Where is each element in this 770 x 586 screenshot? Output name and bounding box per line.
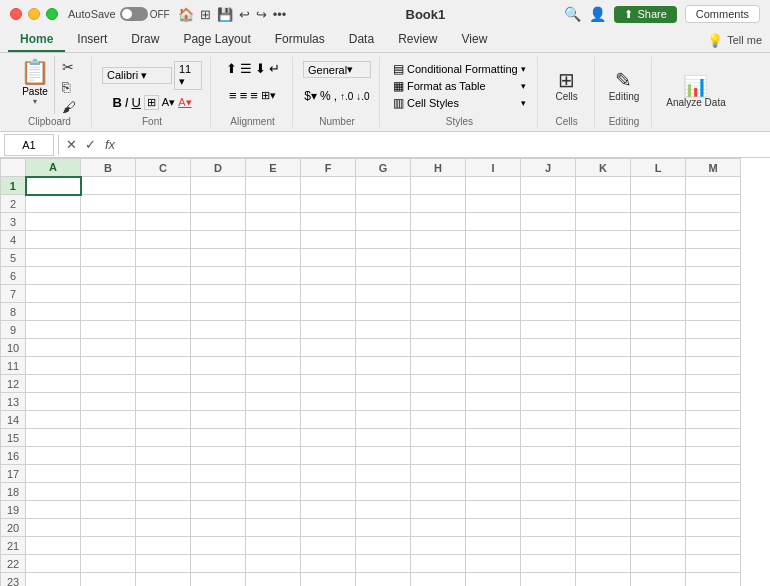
cell-H14[interactable]: [411, 411, 466, 429]
cell-H5[interactable]: [411, 249, 466, 267]
undo-icon[interactable]: ↩: [239, 7, 250, 22]
cell-A6[interactable]: [26, 267, 81, 285]
cell-E11[interactable]: [246, 357, 301, 375]
cell-M21[interactable]: [686, 537, 741, 555]
cell-F13[interactable]: [301, 393, 356, 411]
cell-H17[interactable]: [411, 465, 466, 483]
cell-B1[interactable]: [81, 177, 136, 195]
cell-F4[interactable]: [301, 231, 356, 249]
font-size-dropdown[interactable]: 11 ▾: [174, 61, 202, 90]
cell-H8[interactable]: [411, 303, 466, 321]
cell-C9[interactable]: [136, 321, 191, 339]
cell-H6[interactable]: [411, 267, 466, 285]
cell-I6[interactable]: [466, 267, 521, 285]
tab-home[interactable]: Home: [8, 28, 65, 52]
cell-E5[interactable]: [246, 249, 301, 267]
cell-F23[interactable]: [301, 573, 356, 587]
cell-F7[interactable]: [301, 285, 356, 303]
cell-I10[interactable]: [466, 339, 521, 357]
cell-F15[interactable]: [301, 429, 356, 447]
cell-G18[interactable]: [356, 483, 411, 501]
cell-H12[interactable]: [411, 375, 466, 393]
cell-J14[interactable]: [521, 411, 576, 429]
cell-I8[interactable]: [466, 303, 521, 321]
cell-I9[interactable]: [466, 321, 521, 339]
cell-C16[interactable]: [136, 447, 191, 465]
cell-M20[interactable]: [686, 519, 741, 537]
cell-D16[interactable]: [191, 447, 246, 465]
cell-H20[interactable]: [411, 519, 466, 537]
cell-F12[interactable]: [301, 375, 356, 393]
cell-M9[interactable]: [686, 321, 741, 339]
cell-I20[interactable]: [466, 519, 521, 537]
cell-B2[interactable]: [81, 195, 136, 213]
cell-G12[interactable]: [356, 375, 411, 393]
cell-J20[interactable]: [521, 519, 576, 537]
cell-L20[interactable]: [631, 519, 686, 537]
cell-C17[interactable]: [136, 465, 191, 483]
cell-C21[interactable]: [136, 537, 191, 555]
cell-M10[interactable]: [686, 339, 741, 357]
cell-C14[interactable]: [136, 411, 191, 429]
bold-button[interactable]: B: [112, 95, 121, 110]
col-header-h[interactable]: H: [411, 159, 466, 177]
cell-C11[interactable]: [136, 357, 191, 375]
paste-button[interactable]: 📋 Paste ▾: [16, 56, 55, 114]
cells-button[interactable]: ⊞ Cells: [549, 57, 585, 114]
cell-K20[interactable]: [576, 519, 631, 537]
cell-M18[interactable]: [686, 483, 741, 501]
cell-E4[interactable]: [246, 231, 301, 249]
people-icon[interactable]: 👤: [589, 6, 606, 22]
cell-L14[interactable]: [631, 411, 686, 429]
cell-L12[interactable]: [631, 375, 686, 393]
cell-F11[interactable]: [301, 357, 356, 375]
cell-L6[interactable]: [631, 267, 686, 285]
cell-D14[interactable]: [191, 411, 246, 429]
cell-B22[interactable]: [81, 555, 136, 573]
cell-M13[interactable]: [686, 393, 741, 411]
col-header-a[interactable]: A: [26, 159, 81, 177]
cell-G20[interactable]: [356, 519, 411, 537]
cell-C20[interactable]: [136, 519, 191, 537]
percent-button[interactable]: %: [320, 89, 331, 103]
cell-M1[interactable]: [686, 177, 741, 195]
cell-C23[interactable]: [136, 573, 191, 587]
cell-D2[interactable]: [191, 195, 246, 213]
cell-J16[interactable]: [521, 447, 576, 465]
cell-A2[interactable]: [26, 195, 81, 213]
cell-G9[interactable]: [356, 321, 411, 339]
cell-A18[interactable]: [26, 483, 81, 501]
cell-G1[interactable]: [356, 177, 411, 195]
cell-A11[interactable]: [26, 357, 81, 375]
maximize-button[interactable]: [46, 8, 58, 20]
cell-H2[interactable]: [411, 195, 466, 213]
cell-K7[interactable]: [576, 285, 631, 303]
cell-M15[interactable]: [686, 429, 741, 447]
cell-B8[interactable]: [81, 303, 136, 321]
cell-F19[interactable]: [301, 501, 356, 519]
align-top-button[interactable]: ⬆: [226, 61, 237, 76]
cell-A5[interactable]: [26, 249, 81, 267]
cell-D5[interactable]: [191, 249, 246, 267]
cell-F10[interactable]: [301, 339, 356, 357]
formula-input[interactable]: [123, 138, 766, 152]
cell-D8[interactable]: [191, 303, 246, 321]
cell-I21[interactable]: [466, 537, 521, 555]
col-header-c[interactable]: C: [136, 159, 191, 177]
cell-F22[interactable]: [301, 555, 356, 573]
search-icon[interactable]: 🔍: [564, 6, 581, 22]
cell-J15[interactable]: [521, 429, 576, 447]
cell-K21[interactable]: [576, 537, 631, 555]
cell-I1[interactable]: [466, 177, 521, 195]
cell-A14[interactable]: [26, 411, 81, 429]
cell-J6[interactable]: [521, 267, 576, 285]
cell-L8[interactable]: [631, 303, 686, 321]
cell-E19[interactable]: [246, 501, 301, 519]
cell-A23[interactable]: [26, 573, 81, 587]
cell-F8[interactable]: [301, 303, 356, 321]
cell-E3[interactable]: [246, 213, 301, 231]
cell-H15[interactable]: [411, 429, 466, 447]
cell-I12[interactable]: [466, 375, 521, 393]
cell-I4[interactable]: [466, 231, 521, 249]
cell-G10[interactable]: [356, 339, 411, 357]
